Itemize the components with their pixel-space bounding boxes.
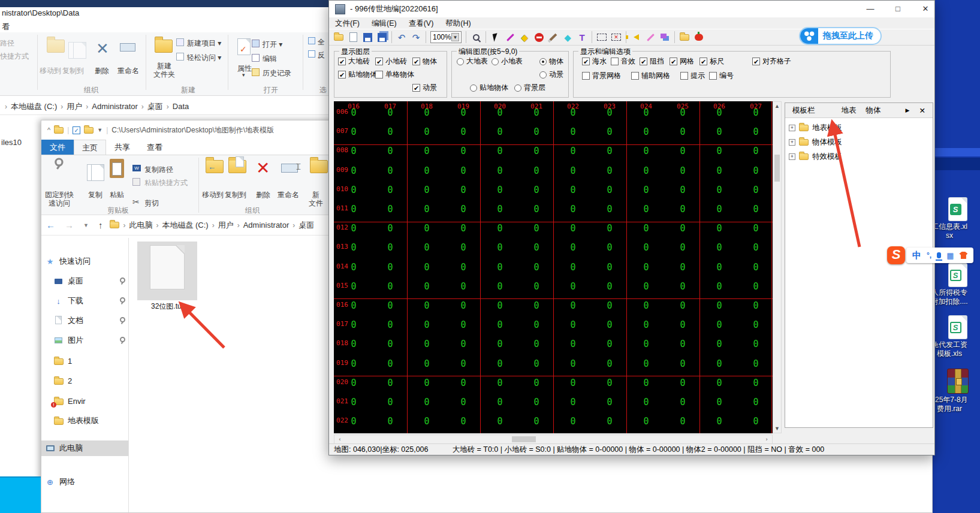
preview-icon[interactable] bbox=[469, 31, 483, 44]
sogou-logo-icon[interactable]: S bbox=[887, 246, 905, 264]
sidebar-item-7[interactable]: !Envir bbox=[41, 393, 128, 409]
select-all-partial[interactable]: 全 bbox=[318, 37, 325, 47]
paste-button[interactable]: 粘贴 bbox=[110, 190, 124, 200]
open-button[interactable]: 打开 ▾ bbox=[263, 40, 282, 50]
desktop-icon-1[interactable]: S人所得税专附加扣除.... bbox=[935, 264, 980, 306]
easy-access-button[interactable]: 轻松访问 ▾ bbox=[187, 53, 221, 63]
checkbox-box[interactable] bbox=[375, 71, 383, 79]
sidebar-item-1[interactable]: 桌面 bbox=[41, 273, 128, 289]
radio-big-surface[interactable]: 大地表 bbox=[457, 56, 488, 67]
waypoint-icon[interactable]: ◆ bbox=[518, 31, 531, 44]
breadcrumb-item[interactable]: 此电脑 bbox=[126, 220, 155, 231]
file-label[interactable]: 32位图.tut bbox=[125, 301, 209, 312]
pen-icon[interactable] bbox=[503, 31, 517, 44]
breadcrumb-item[interactable]: 桌面 bbox=[296, 220, 316, 231]
checkbox-box[interactable]: ✔ bbox=[752, 58, 760, 65]
desktop-icon-3[interactable]: 025年7-8月费用.rar bbox=[935, 369, 980, 414]
sogou-input-bar[interactable]: S 中 °, ▦ bbox=[887, 246, 973, 264]
checkbox-grid[interactable]: ✔网格 bbox=[670, 56, 694, 67]
maximize-button[interactable]: □ bbox=[888, 2, 908, 16]
import-folder-icon[interactable] bbox=[678, 31, 691, 44]
delete-button[interactable]: 删除 bbox=[95, 66, 109, 76]
checkbox-box[interactable]: ✔ bbox=[640, 58, 647, 65]
radio-circle[interactable] bbox=[539, 58, 547, 65]
paste-shortcut-button[interactable]: 粘贴快捷方式 bbox=[144, 178, 188, 188]
language-mode-chinese[interactable]: 中 bbox=[912, 250, 921, 261]
back-button[interactable]: ← bbox=[41, 220, 60, 230]
tree-item-2[interactable]: +特效模板 bbox=[785, 150, 933, 164]
checkbox-sound-effect[interactable]: 音效 bbox=[611, 56, 635, 67]
panel-close-icon[interactable]: ✕ bbox=[915, 105, 930, 116]
checkmark-icon[interactable]: ✓ bbox=[73, 126, 80, 134]
checkbox-box[interactable] bbox=[631, 72, 639, 80]
save-icon[interactable] bbox=[361, 31, 374, 44]
sound-icon[interactable] bbox=[629, 31, 643, 44]
menu-edit[interactable]: 编辑(E) bbox=[366, 17, 403, 29]
drag-upload-button[interactable]: 拖拽至此上传 bbox=[799, 27, 882, 45]
minimize-button[interactable]: — bbox=[860, 2, 881, 16]
breadcrumb-item[interactable]: 桌面 bbox=[145, 101, 165, 112]
checkbox-box[interactable]: ✔ bbox=[338, 71, 346, 79]
file-tile-selected[interactable] bbox=[137, 242, 197, 300]
new-folder-button-line2[interactable]: 文件夹 bbox=[153, 70, 175, 80]
tab-file[interactable]: 文件 bbox=[41, 140, 74, 155]
ruler-icon[interactable]: T bbox=[575, 31, 589, 44]
punctuation-mode[interactable]: °, bbox=[927, 251, 931, 259]
new-item-button[interactable]: 新建项目 ▾ bbox=[187, 38, 221, 49]
vertical-scrollbar[interactable]: ▲ ▼ bbox=[773, 101, 782, 433]
map-canvas[interactable]: 0160170180190200210220230240250260270060… bbox=[334, 101, 773, 433]
up-button[interactable]: ↑ bbox=[94, 220, 108, 230]
checkbox-ground-object[interactable]: ✔贴地物体 bbox=[338, 70, 377, 80]
stop-icon[interactable] bbox=[532, 31, 545, 44]
checkbox-box[interactable]: ✔ bbox=[412, 84, 420, 92]
sidebar-item-3[interactable]: 文档 bbox=[41, 313, 128, 328]
history-button[interactable]: 历史记录 bbox=[263, 68, 291, 79]
rename-button[interactable]: 重命名 bbox=[278, 190, 299, 200]
tab-view[interactable]: 查看 bbox=[138, 140, 171, 155]
breadcrumb-item[interactable]: 本地磁盘 (C:) bbox=[159, 220, 210, 231]
horizontal-scrollbar[interactable]: ‹ › bbox=[334, 434, 773, 444]
chevron-down-icon[interactable]: ▼ bbox=[97, 127, 102, 133]
checkbox-helper-grid[interactable]: 辅助网格 bbox=[631, 71, 670, 81]
sidebar-divider[interactable] bbox=[128, 238, 129, 512]
select-rect-icon[interactable] bbox=[595, 31, 608, 44]
scrollbar-thumb[interactable] bbox=[774, 155, 780, 182]
sidebar-item-6[interactable]: 2 bbox=[41, 373, 128, 388]
open-folder-icon[interactable] bbox=[332, 31, 345, 44]
tree-item-partial[interactable]: iles10 bbox=[1, 138, 22, 147]
checkbox-background-grid[interactable]: 背景网格 bbox=[582, 71, 621, 81]
keyboard-icon[interactable]: ▦ bbox=[946, 251, 954, 260]
pointer-icon[interactable] bbox=[489, 31, 502, 44]
radio-circle[interactable] bbox=[457, 58, 464, 65]
skin-icon[interactable] bbox=[959, 252, 967, 259]
map-editor-window[interactable]: - 996传世地编[20220616] — □ ✕ 文件(F) 编辑(E) 查看… bbox=[328, 0, 935, 455]
recent-locations-chevron[interactable]: ▼ bbox=[79, 222, 94, 228]
copy-to-button[interactable]: 复制到 bbox=[62, 66, 84, 76]
checkbox-animation[interactable]: ✔动景 bbox=[412, 83, 437, 93]
tab-object[interactable]: 物体 bbox=[861, 104, 886, 117]
edit-button[interactable]: 编辑 bbox=[263, 54, 277, 64]
scroll-down-arrow[interactable]: ▼ bbox=[773, 424, 781, 433]
sidebar-item-8[interactable]: 地表模版 bbox=[41, 413, 128, 428]
tree-item-0[interactable]: +地表模板 bbox=[785, 121, 933, 135]
checkbox-box[interactable]: ✔ bbox=[699, 58, 707, 65]
zoom-level-select[interactable]: 100%▼ bbox=[430, 31, 462, 43]
sidebar-item-4[interactable]: 图片 bbox=[41, 333, 128, 348]
sidebar-item-5[interactable]: 1 bbox=[41, 353, 128, 369]
new-file-icon[interactable] bbox=[346, 31, 360, 44]
undo-icon[interactable]: ↶ bbox=[395, 31, 408, 44]
copy-to-button[interactable]: 复制到 bbox=[225, 190, 246, 200]
delete-button[interactable]: 删除 bbox=[256, 190, 270, 200]
tab-share[interactable]: 共享 bbox=[106, 140, 138, 155]
checkbox-big-tile[interactable]: ✔大地砖 bbox=[338, 56, 370, 67]
tree-expander-icon[interactable]: + bbox=[789, 139, 795, 146]
redo-icon[interactable]: ↷ bbox=[409, 31, 423, 44]
tree-expander-icon[interactable]: + bbox=[789, 153, 795, 160]
checkbox-box[interactable] bbox=[709, 72, 717, 80]
checkbox-box[interactable] bbox=[611, 58, 619, 65]
tab-surface[interactable]: 地表 bbox=[837, 104, 861, 117]
checkbox-snap-to-grid[interactable]: ✔对齐格子 bbox=[752, 56, 791, 67]
new-folder-line2[interactable]: 文件 bbox=[309, 198, 323, 209]
picker-icon[interactable] bbox=[644, 31, 657, 44]
radio-background-layer[interactable]: 背景层 bbox=[514, 83, 545, 93]
